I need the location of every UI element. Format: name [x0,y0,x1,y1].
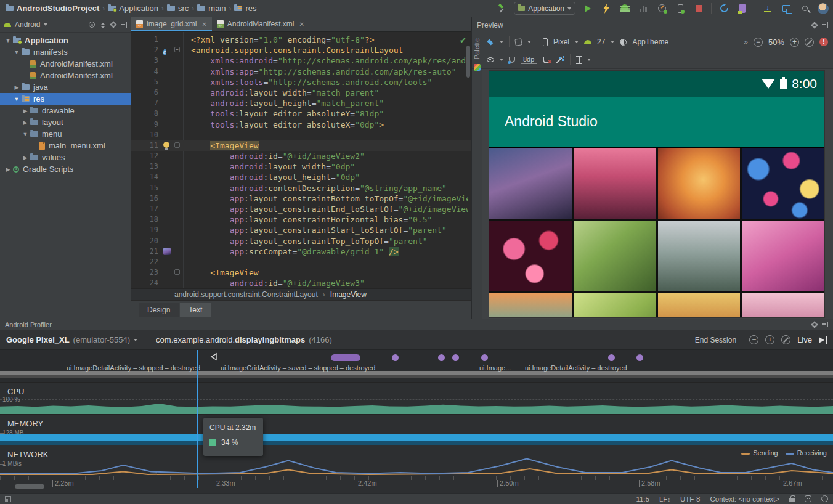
avd-manager-icon[interactable]: ↓ [762,2,774,15]
tree-item-res[interactable]: ▼res [0,93,131,105]
code-line[interactable]: 17 app:layout_constraintEnd_toStartOf="@… [131,204,471,214]
collapse-all-icon[interactable] [100,22,106,28]
run-button[interactable] [582,2,594,15]
tree-item-androidmanifest-xml[interactable]: AndroidManifest.xml [0,58,131,70]
hide-panel-icon[interactable] [822,22,828,28]
profiler-time-axis[interactable]: 2.25m2.33m2.42m2.50m2.58m2.67m [0,476,833,488]
tree-item-layout[interactable]: ▶layout [0,116,131,128]
tree-expand-icon[interactable]: ▼ [14,49,20,55]
timeline-playhead[interactable] [197,350,198,488]
code-line[interactable]: 24 android:id="@+id/imageView3" [131,278,471,288]
editor-tab-image-grid-xml[interactable]: image_grid.xml✕ [131,17,212,31]
infer-constraints-icon[interactable] [556,56,564,64]
close-icon[interactable]: ✕ [201,21,206,28]
inspections-profile-icon[interactable] [805,495,811,502]
fold-marker-icon[interactable]: − [174,47,180,52]
code-line[interactable]: 20 app:layout_constraintTop_toTopOf="par… [131,236,471,246]
hide-panel-icon[interactable] [822,322,828,327]
breadcrumb-item-application[interactable]: Application [106,4,160,13]
stop-button[interactable] [693,2,705,15]
code-line[interactable]: 14 android:layout_height="0dp" [131,172,471,182]
breadcrumb-parent-tag[interactable]: android.support.constraint.ConstraintLay… [174,290,318,299]
zoom-in-button[interactable]: + [790,38,799,47]
code-line[interactable]: 16 app:layout_constraintBottom_toTopOf="… [131,193,471,204]
breadcrumb-item-src[interactable]: src [165,4,190,13]
editor-tab-androidmanifest-xml[interactable]: AndroidManifest.xml✕ [212,17,309,31]
tree-item-manifests[interactable]: ▼manifests [0,46,131,58]
code-line[interactable]: 10 [131,130,471,140]
orientation-icon[interactable] [514,38,522,46]
profiler-reset-zoom-button[interactable] [781,335,790,344]
tree-item-gradle-scripts[interactable]: ▶Gradle Scripts [0,163,131,175]
code-line[interactable]: 23− <ImageView [131,267,471,278]
tree-item-application[interactable]: ▼Application [0,35,131,46]
drawable-preview-icon[interactable] [163,248,171,255]
hide-panel-icon[interactable] [121,22,127,28]
code-line[interactable]: 13 android:layout_width="0dp" [131,161,471,172]
code-line[interactable]: 12 android:id="@+id/imageView2" [131,151,471,161]
code-line[interactable]: 6 android:layout_width="match_parent" [131,87,471,98]
intention-bulb-icon[interactable] [163,142,169,148]
autoconnect-icon[interactable] [509,57,515,63]
tree-expand-icon[interactable]: ▶ [14,84,20,91]
run-on-device-icon[interactable] [674,2,686,15]
breadcrumb-item-res[interactable]: res [232,4,258,13]
breadcrumb-item-main[interactable]: main [195,4,227,13]
clear-constraints-icon[interactable] [542,56,551,63]
chevron-down-icon[interactable] [500,41,503,43]
tab-text[interactable]: Text [180,303,211,317]
chevron-down-icon[interactable] [575,41,579,43]
chevron-down-icon[interactable] [134,339,137,341]
tree-expand-icon[interactable]: ▶ [22,120,28,126]
profiler-zoom-in-button[interactable]: + [765,335,774,344]
code-line[interactable]: 4 xmlns:app="http://schemas.android.com/… [131,67,471,77]
theme-selector[interactable]: AppTheme [632,38,668,46]
memory-chart-row[interactable]: MEMORY 128 MB [0,414,833,445]
tree-expand-icon[interactable]: ▶ [22,108,28,114]
tree-expand-icon[interactable]: ▼ [22,131,28,137]
gear-icon[interactable] [111,22,116,27]
profiler-scrollbar-thumb[interactable] [15,484,44,489]
device-selector[interactable]: Pixel [553,38,569,46]
fold-marker-icon[interactable]: − [174,269,180,275]
code-line[interactable]: 7 android:layout_height="match_parent" [131,98,471,108]
context-widget[interactable]: Context: <no context> [710,495,779,503]
pack-icon[interactable] [576,56,582,64]
tree-expand-icon[interactable]: ▶ [5,166,11,173]
grid-photo-red-bokeh[interactable] [489,221,572,291]
code-line[interactable]: 18 app:layout_constraintHorizontal_bias=… [131,214,471,225]
tree-item-main-menu-xml[interactable]: main_menu.xml [0,140,131,152]
grid-photo-windmill-sunset[interactable] [658,148,741,219]
toolwindow-toggle-icon[interactable] [5,496,11,502]
search-everywhere-icon[interactable] [798,2,811,15]
tab-design[interactable]: Design [139,303,179,317]
grid-photo-pink-mountains[interactable] [742,293,824,317]
code-line[interactable]: 15 android:contentDescription="@string/a… [131,183,471,193]
zoom-out-button[interactable]: − [754,38,763,47]
profiled-device-name[interactable]: Google Pixel_XL [6,335,70,344]
grid-photo-pink-flowers[interactable] [742,221,824,291]
grid-photo-bokeh-multicolor[interactable] [742,148,824,219]
tree-expand-icon[interactable]: ▼ [14,96,20,102]
build-hammer-icon[interactable] [495,2,508,15]
cpu-chart-row[interactable]: CPU 100 % [0,382,833,414]
grid-photo-green-lizard[interactable] [574,293,656,317]
code-line[interactable]: 11− <ImageView [131,140,471,151]
gear-icon[interactable] [812,322,817,327]
code-line[interactable]: 1<?xml version="1.0" encoding="utf-8"?> [131,35,471,45]
code-line[interactable]: 19 app:layout_constraintStart_toStartOf=… [131,225,471,235]
chevron-down-icon[interactable] [527,41,531,43]
code-line[interactable]: 9 tools:layout_editor_absoluteX="0dp"> [131,120,471,130]
code-editor[interactable]: 1<?xml version="1.0" encoding="utf-8"?>2… [131,32,471,288]
event-timeline[interactable]: ui.ImageDetailActivity – stopped – destr… [0,350,833,382]
render-errors-icon[interactable]: ! [819,38,828,46]
lock-icon[interactable] [789,498,795,502]
default-margin-selector[interactable]: 8dp [521,55,537,64]
close-icon[interactable]: ✕ [299,21,304,28]
chevron-down-icon[interactable] [587,59,591,61]
user-avatar[interactable] [817,2,829,15]
tree-expand-icon[interactable]: ▶ [22,155,28,161]
tree-item-values[interactable]: ▶values [0,152,131,163]
encoding-widget[interactable]: UTF-8 [680,495,701,503]
editor-scrollbar[interactable] [466,46,470,78]
